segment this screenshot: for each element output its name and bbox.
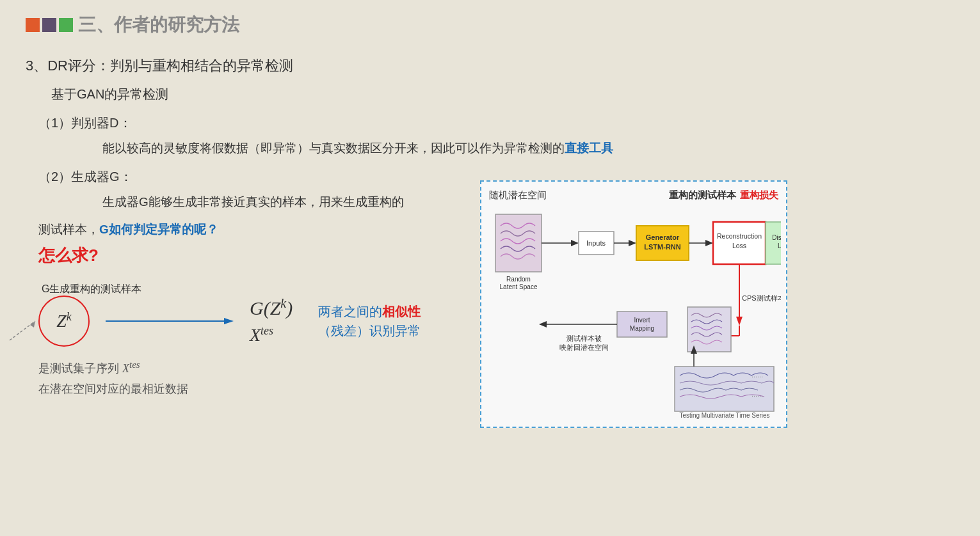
note2: 在潜在空间对应的最相近数据	[38, 381, 461, 397]
svg-text:Random: Random	[506, 276, 531, 283]
diagram-section-label: 随机潜在空间	[489, 189, 547, 201]
zk-circle-container: Zk G生成重构的测试样本	[38, 296, 90, 347]
zk-formula: Zk	[56, 310, 72, 331]
svg-text:映射回潜在空间: 映射回潜在空间	[559, 343, 609, 351]
xtes-formula: Xtes	[250, 324, 293, 345]
bottom-notes: 是测试集子序列 Xtes 在潜在空间对应的最相近数据	[38, 359, 461, 397]
similarity-text: 两者之间的相似性 （残差）识别异常	[318, 302, 421, 340]
page-title: 三、作者的研究方法	[78, 13, 239, 37]
recon-loss-label: 重构损失	[740, 189, 778, 201]
svg-marker-3	[224, 318, 234, 324]
diagram-title-row: 随机潜在空间 重构的测试样本 重构损失	[489, 189, 778, 201]
svg-text:Generator: Generator	[646, 233, 680, 241]
left-content: 生成器G能够生成非常接近真实的样本，用来生成重构的 测试样本，G如何判定异常的呢…	[26, 193, 461, 402]
svg-text:Testing Multivariate Time Seri: Testing Multivariate Time Series	[679, 412, 769, 419]
svg-text:Latent Space: Latent Space	[500, 283, 538, 290]
svg-text:Loss: Loss	[732, 242, 746, 249]
square-green	[59, 18, 73, 32]
svg-rect-28	[617, 311, 667, 337]
svg-marker-8	[571, 240, 579, 246]
gray-arrow-svg	[3, 315, 42, 347]
continuing-text: 测试样本，G如何判定异常的呢？	[38, 221, 461, 238]
blue-arrow-svg	[106, 315, 234, 327]
item1-detail-text: 能以较高的灵敏度将假数据（即异常）与真实数据区分开来，因此可以作为异常检测的	[102, 141, 565, 155]
page-container: 三、作者的研究方法 3、DR评分：判别与重构相结合的异常检测 基于GAN的异常检…	[0, 0, 980, 536]
diagram-title-right: 重构的测试样本 重构损失	[669, 189, 778, 201]
svg-text:Invert: Invert	[634, 317, 650, 324]
right-diagram: 随机潜在空间 重构的测试样本 重构损失	[480, 180, 954, 428]
sub-heading: 基于GAN的异常检测	[51, 86, 954, 103]
svg-marker-17	[705, 240, 713, 246]
svg-text:LSTM-RNN: LSTM-RNN	[644, 243, 680, 251]
zk-label: G生成重构的测试样本	[42, 283, 141, 296]
svg-marker-12	[629, 240, 636, 246]
formula-area: Zk G生成重构的测试样本 G(Zk) Xtes	[38, 296, 461, 347]
item1-heading: （1）判别器D：	[38, 114, 954, 132]
svg-text:Discrim: Discrim	[772, 234, 781, 241]
svg-text:测试样本被: 测试样本被	[566, 335, 602, 342]
recon-test-label: 重构的测试样本	[669, 189, 736, 201]
continuing-prefix: 测试样本，	[38, 223, 99, 236]
diagram-svg: Random Latent Space Inputs Generator LST…	[489, 208, 781, 419]
gzk-formula: G(Zk)	[250, 296, 293, 319]
note1: 是测试集子序列 Xtes	[38, 359, 461, 376]
item2-detail: 生成器G能够生成非常接近真实的样本，用来生成重构的	[102, 193, 461, 212]
item1-highlight: 直接工具	[565, 141, 613, 155]
sim-suffix: （残差）识别异常	[318, 324, 421, 338]
svg-text:CPS测试样本: CPS测试样本	[742, 294, 781, 302]
section-heading: 3、DR评分：判别与重构相结合的异常检测	[26, 56, 954, 75]
gzk-xtes-stack: G(Zk) Xtes	[250, 296, 293, 345]
svg-text:Mapping: Mapping	[630, 325, 654, 332]
note1-math: Xtes	[122, 362, 140, 375]
svg-text:Reconstruction: Reconstruction	[717, 232, 762, 240]
square-red	[26, 18, 40, 32]
main-content-row: 生成器G能够生成非常接近真实的样本，用来生成重构的 测试样本，G如何判定异常的呢…	[26, 193, 954, 428]
sim-highlight: 相似性	[382, 304, 421, 319]
arrow-container	[106, 315, 234, 327]
svg-rect-4	[495, 214, 542, 272]
square-purple	[42, 18, 56, 32]
svg-text:Los: Los	[778, 242, 781, 249]
svg-text:......: ......	[751, 390, 763, 398]
note1-prefix: 是测试集子序列	[38, 362, 122, 375]
color-squares	[26, 18, 73, 32]
sim-prefix: 两者之间的	[318, 304, 382, 319]
svg-text:Inputs: Inputs	[586, 239, 606, 247]
diagram-box: 随机潜在空间 重构的测试样本 重构损失	[480, 180, 787, 428]
svg-marker-26	[736, 317, 743, 326]
question-highlight: G如何判定异常的呢？	[99, 223, 218, 236]
svg-text:......: ......	[751, 371, 763, 379]
title-bar: 三、作者的研究方法	[26, 13, 954, 37]
item1-detail: 能以较高的灵敏度将假数据（即异常）与真实数据区分开来，因此可以作为异常检测的直接…	[102, 139, 954, 158]
howto-text: 怎么求?	[38, 244, 461, 267]
svg-marker-1	[30, 321, 35, 327]
svg-marker-37	[539, 321, 547, 327]
zk-circle: Zk	[38, 296, 90, 347]
item2-detail-text: 生成器G能够生成非常接近真实的样本，用来生成重构的	[102, 195, 404, 209]
